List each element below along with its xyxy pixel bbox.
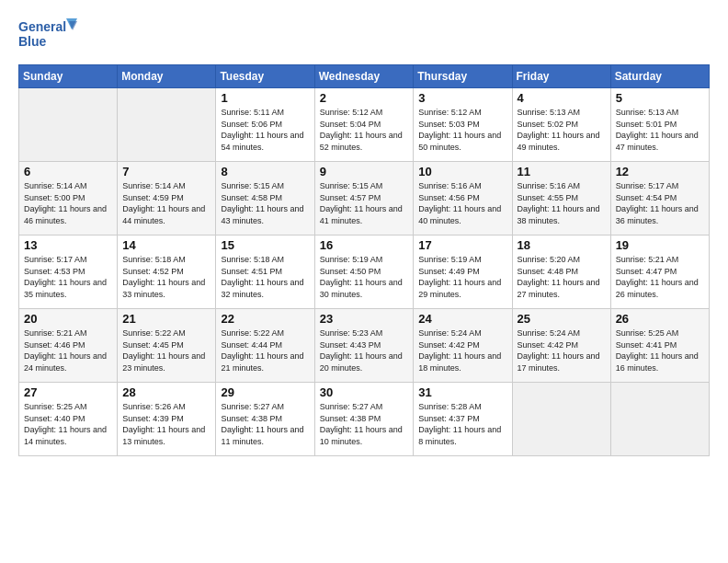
weekday-header-friday: Friday xyxy=(512,65,610,88)
day-number: 29 xyxy=(221,385,309,399)
cell-info: Sunrise: 5:25 AM Sunset: 4:40 PM Dayligh… xyxy=(24,401,112,447)
day-number: 5 xyxy=(616,91,704,105)
calendar-cell xyxy=(512,383,610,456)
day-number: 8 xyxy=(221,165,309,178)
calendar-cell: 23Sunrise: 5:23 AM Sunset: 4:43 PM Dayli… xyxy=(314,309,414,383)
calendar-cell: 13Sunrise: 5:17 AM Sunset: 4:53 PM Dayli… xyxy=(19,236,118,309)
cell-info: Sunrise: 5:15 AM Sunset: 4:58 PM Dayligh… xyxy=(221,180,309,226)
day-number: 30 xyxy=(320,385,409,399)
calendar-cell: 4Sunrise: 5:13 AM Sunset: 5:02 PM Daylig… xyxy=(512,88,610,162)
cell-info: Sunrise: 5:22 AM Sunset: 4:45 PM Dayligh… xyxy=(122,327,210,373)
logo: General Blue xyxy=(18,17,83,55)
calendar-cell: 25Sunrise: 5:24 AM Sunset: 4:42 PM Dayli… xyxy=(512,309,610,383)
day-number: 20 xyxy=(24,312,112,326)
calendar-cell: 3Sunrise: 5:12 AM Sunset: 5:03 PM Daylig… xyxy=(414,88,512,162)
cell-info: Sunrise: 5:23 AM Sunset: 4:43 PM Dayligh… xyxy=(320,327,409,373)
calendar-cell: 14Sunrise: 5:18 AM Sunset: 4:52 PM Dayli… xyxy=(118,236,216,309)
day-number: 2 xyxy=(320,91,409,105)
day-number: 4 xyxy=(518,91,606,105)
weekday-header-wednesday: Wednesday xyxy=(314,65,414,88)
cell-info: Sunrise: 5:27 AM Sunset: 4:38 PM Dayligh… xyxy=(320,401,409,447)
cell-info: Sunrise: 5:25 AM Sunset: 4:41 PM Dayligh… xyxy=(616,327,704,373)
day-number: 31 xyxy=(418,385,506,399)
cell-info: Sunrise: 5:13 AM Sunset: 5:02 PM Dayligh… xyxy=(518,107,606,153)
weekday-header-tuesday: Tuesday xyxy=(216,65,314,88)
day-number: 10 xyxy=(418,165,506,178)
day-number: 11 xyxy=(518,165,606,178)
cell-info: Sunrise: 5:19 AM Sunset: 4:50 PM Dayligh… xyxy=(320,254,409,300)
calendar-cell: 8Sunrise: 5:15 AM Sunset: 4:58 PM Daylig… xyxy=(216,162,314,236)
cell-info: Sunrise: 5:21 AM Sunset: 4:47 PM Dayligh… xyxy=(616,254,704,300)
calendar-cell xyxy=(118,88,216,162)
calendar-cell: 30Sunrise: 5:27 AM Sunset: 4:38 PM Dayli… xyxy=(314,383,414,456)
cell-info: Sunrise: 5:26 AM Sunset: 4:39 PM Dayligh… xyxy=(122,401,210,447)
calendar-cell xyxy=(610,383,709,456)
cell-info: Sunrise: 5:14 AM Sunset: 4:59 PM Dayligh… xyxy=(122,180,210,226)
cell-info: Sunrise: 5:21 AM Sunset: 4:46 PM Dayligh… xyxy=(24,327,112,373)
day-number: 19 xyxy=(616,238,704,252)
calendar-cell: 22Sunrise: 5:22 AM Sunset: 4:44 PM Dayli… xyxy=(216,309,314,383)
cell-info: Sunrise: 5:24 AM Sunset: 4:42 PM Dayligh… xyxy=(418,327,506,373)
cell-info: Sunrise: 5:12 AM Sunset: 5:03 PM Dayligh… xyxy=(418,107,506,153)
calendar-cell: 19Sunrise: 5:21 AM Sunset: 4:47 PM Dayli… xyxy=(610,236,709,309)
day-number: 26 xyxy=(616,312,704,326)
day-number: 16 xyxy=(320,238,409,252)
calendar-cell: 11Sunrise: 5:16 AM Sunset: 4:55 PM Dayli… xyxy=(512,162,610,236)
cell-info: Sunrise: 5:22 AM Sunset: 4:44 PM Dayligh… xyxy=(221,327,309,373)
day-number: 14 xyxy=(122,238,210,252)
cell-info: Sunrise: 5:15 AM Sunset: 4:57 PM Dayligh… xyxy=(320,180,409,226)
day-number: 18 xyxy=(518,238,606,252)
cell-info: Sunrise: 5:24 AM Sunset: 4:42 PM Dayligh… xyxy=(518,327,606,373)
cell-info: Sunrise: 5:17 AM Sunset: 4:53 PM Dayligh… xyxy=(24,254,112,300)
calendar-cell: 1Sunrise: 5:11 AM Sunset: 5:06 PM Daylig… xyxy=(216,88,314,162)
day-number: 12 xyxy=(616,165,704,178)
calendar-cell: 20Sunrise: 5:21 AM Sunset: 4:46 PM Dayli… xyxy=(19,309,118,383)
cell-info: Sunrise: 5:28 AM Sunset: 4:37 PM Dayligh… xyxy=(418,401,506,447)
calendar-cell: 21Sunrise: 5:22 AM Sunset: 4:45 PM Dayli… xyxy=(118,309,216,383)
calendar-cell: 29Sunrise: 5:27 AM Sunset: 4:38 PM Dayli… xyxy=(216,383,314,456)
day-number: 27 xyxy=(24,385,112,399)
calendar-cell: 26Sunrise: 5:25 AM Sunset: 4:41 PM Dayli… xyxy=(610,309,709,383)
calendar-cell: 6Sunrise: 5:14 AM Sunset: 5:00 PM Daylig… xyxy=(19,162,118,236)
calendar-cell: 12Sunrise: 5:17 AM Sunset: 4:54 PM Dayli… xyxy=(610,162,709,236)
calendar-cell: 2Sunrise: 5:12 AM Sunset: 5:04 PM Daylig… xyxy=(314,88,414,162)
cell-info: Sunrise: 5:16 AM Sunset: 4:55 PM Dayligh… xyxy=(518,180,606,226)
calendar-cell: 5Sunrise: 5:13 AM Sunset: 5:01 PM Daylig… xyxy=(610,88,709,162)
logo-svg: General Blue xyxy=(18,17,83,55)
calendar-cell: 27Sunrise: 5:25 AM Sunset: 4:40 PM Dayli… xyxy=(19,383,118,456)
day-number: 6 xyxy=(24,165,112,178)
calendar-cell: 24Sunrise: 5:24 AM Sunset: 4:42 PM Dayli… xyxy=(414,309,512,383)
cell-info: Sunrise: 5:17 AM Sunset: 4:54 PM Dayligh… xyxy=(616,180,704,226)
day-number: 17 xyxy=(418,238,506,252)
cell-info: Sunrise: 5:12 AM Sunset: 5:04 PM Dayligh… xyxy=(320,107,409,153)
cell-info: Sunrise: 5:19 AM Sunset: 4:49 PM Dayligh… xyxy=(418,254,506,300)
day-number: 25 xyxy=(518,312,606,326)
cell-info: Sunrise: 5:18 AM Sunset: 4:51 PM Dayligh… xyxy=(221,254,309,300)
cell-info: Sunrise: 5:11 AM Sunset: 5:06 PM Dayligh… xyxy=(221,107,309,153)
day-number: 21 xyxy=(122,312,210,326)
cell-info: Sunrise: 5:13 AM Sunset: 5:01 PM Dayligh… xyxy=(616,107,704,153)
weekday-header-sunday: Sunday xyxy=(19,65,118,88)
day-number: 22 xyxy=(221,312,309,326)
cell-info: Sunrise: 5:27 AM Sunset: 4:38 PM Dayligh… xyxy=(221,401,309,447)
calendar-cell: 28Sunrise: 5:26 AM Sunset: 4:39 PM Dayli… xyxy=(118,383,216,456)
calendar-cell: 17Sunrise: 5:19 AM Sunset: 4:49 PM Dayli… xyxy=(414,236,512,309)
day-number: 28 xyxy=(122,385,210,399)
day-number: 13 xyxy=(24,238,112,252)
day-number: 23 xyxy=(320,312,409,326)
page-header: General Blue xyxy=(18,17,710,55)
cell-info: Sunrise: 5:14 AM Sunset: 5:00 PM Dayligh… xyxy=(24,180,112,226)
calendar-cell: 15Sunrise: 5:18 AM Sunset: 4:51 PM Dayli… xyxy=(216,236,314,309)
weekday-header-monday: Monday xyxy=(118,65,216,88)
svg-text:General: General xyxy=(18,19,66,34)
cell-info: Sunrise: 5:20 AM Sunset: 4:48 PM Dayligh… xyxy=(518,254,606,300)
weekday-header-thursday: Thursday xyxy=(414,65,512,88)
weekday-header-saturday: Saturday xyxy=(610,65,709,88)
cell-info: Sunrise: 5:18 AM Sunset: 4:52 PM Dayligh… xyxy=(122,254,210,300)
calendar-cell: 7Sunrise: 5:14 AM Sunset: 4:59 PM Daylig… xyxy=(118,162,216,236)
cell-info: Sunrise: 5:16 AM Sunset: 4:56 PM Dayligh… xyxy=(418,180,506,226)
calendar-table: SundayMondayTuesdayWednesdayThursdayFrid… xyxy=(18,64,710,456)
calendar-cell: 10Sunrise: 5:16 AM Sunset: 4:56 PM Dayli… xyxy=(414,162,512,236)
svg-text:Blue: Blue xyxy=(18,34,47,49)
calendar-cell: 31Sunrise: 5:28 AM Sunset: 4:37 PM Dayli… xyxy=(414,383,512,456)
